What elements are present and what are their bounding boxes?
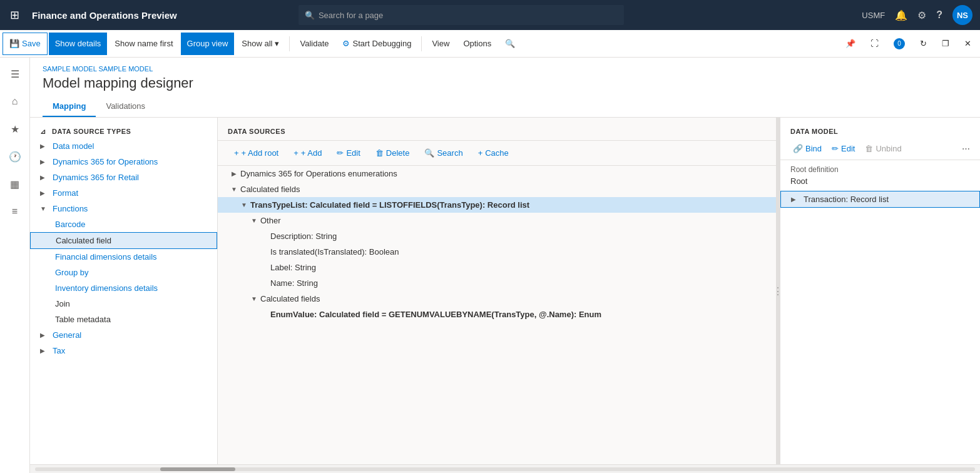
edit-dm-button[interactable]: ✏ Edit — [829, 143, 857, 155]
cmd-right-controls: 📌 ⛶ 0 ↻ ❐ ✕ — [839, 33, 977, 55]
dst-item-d365-ops[interactable]: ▶ Dynamics 365 for Operations — [30, 154, 217, 170]
global-search[interactable]: 🔍 Search for a page — [299, 5, 624, 25]
bell-icon[interactable]: 🔔 — [895, 9, 907, 21]
notification-badge-button[interactable]: 0 — [887, 33, 911, 55]
dst-item-table-metadata[interactable]: Table metadata — [30, 312, 217, 327]
tab-mapping[interactable]: Mapping — [43, 96, 96, 117]
validate-button[interactable]: Validate — [293, 33, 335, 55]
expand-icon-functions: ▼ — [40, 205, 50, 212]
dst-item-fin-dims[interactable]: Financial dimensions details — [30, 249, 217, 265]
breadcrumb: SAMPLE MODEL SAMPLE MODEL — [43, 65, 967, 73]
dst-item-calculated-field[interactable]: Calculated field — [30, 232, 217, 249]
expand-trans-type: ▼ — [238, 201, 250, 208]
show-name-first-button[interactable]: Show name first — [108, 33, 179, 55]
edit-button[interactable]: ✏ Edit — [330, 146, 366, 160]
scrollbar-thumb[interactable] — [160, 467, 235, 471]
ds-header: DATA SOURCES — [228, 128, 285, 135]
dst-header: ⊿ DATA SOURCE TYPES — [30, 123, 217, 138]
ds-item-calculated-fields-2[interactable]: ▼ Calculated fields — [218, 291, 776, 307]
username-label: USMF — [862, 11, 885, 20]
search-ds-button[interactable]: 🔍 Search — [418, 146, 469, 160]
sidebar-favorites-icon[interactable]: ★ — [4, 118, 26, 140]
filter-icon[interactable]: ⊿ — [40, 128, 46, 135]
delete-icon: 🗑 — [375, 148, 384, 158]
unbind-button[interactable]: 🗑 Unbind — [862, 143, 904, 155]
app-title: Finance and Operations Preview — [32, 10, 177, 21]
left-sidebar: ☰ ⌂ ★ 🕐 ▦ ≡ — [0, 58, 30, 473]
dst-item-format[interactable]: ▶ Format — [30, 185, 217, 201]
scrollbar-track[interactable] — [35, 467, 975, 471]
show-all-button[interactable]: Show all ▾ — [235, 33, 285, 55]
group-view-button[interactable]: Group view — [181, 33, 235, 55]
avatar[interactable]: NS — [952, 5, 972, 25]
restore-button[interactable]: ❐ — [936, 33, 956, 55]
dst-item-group-by[interactable]: Group by — [30, 265, 217, 280]
start-debugging-button[interactable]: ⚙ Start Debugging — [336, 33, 417, 55]
delete-button[interactable]: 🗑 Delete — [369, 146, 416, 160]
save-icon: 💾 — [9, 39, 19, 48]
help-icon[interactable]: ? — [936, 9, 942, 21]
sidebar-recent-icon[interactable]: 🕐 — [4, 145, 26, 168]
dst-item-d365-retail[interactable]: ▶ Dynamics 365 for Retail — [30, 170, 217, 185]
dst-item-join[interactable]: Join — [30, 296, 217, 312]
dst-item-functions[interactable]: ▼ Functions — [30, 201, 217, 216]
ds-item-enum-value[interactable]: EnumValue: Calculated field = GETENUMVAL… — [218, 307, 776, 322]
settings-icon[interactable]: ⚙ — [917, 9, 926, 21]
sidebar-home-icon[interactable]: ⌂ — [4, 90, 26, 113]
add-root-button[interactable]: + + Add root — [228, 146, 285, 160]
search-icon: 🔍 — [305, 11, 315, 20]
debug-icon: ⚙ — [342, 39, 350, 48]
main-layout: ☰ ⌂ ★ 🕐 ▦ ≡ SAMPLE MODEL SAMPLE MODEL Mo… — [0, 58, 980, 473]
ds-item-other[interactable]: ▼ Other — [218, 213, 776, 228]
bind-button[interactable]: 🔗 Bind — [790, 143, 824, 155]
bind-icon: 🔗 — [793, 144, 803, 153]
ds-item-label[interactable]: Label: String — [218, 260, 776, 275]
dm-root-label: Root definition — [780, 160, 980, 175]
cache-button[interactable]: + Cache — [472, 146, 515, 160]
command-bar: 💾 Save Show details Show name first Grou… — [0, 30, 980, 58]
dst-item-barcode[interactable]: Barcode — [30, 216, 217, 232]
edit-icon: ✏ — [337, 148, 344, 158]
tab-validations[interactable]: Validations — [96, 96, 155, 117]
dm-root-value: Root — [780, 175, 980, 191]
notification-count: 0 — [894, 38, 905, 49]
ds-item-is-translated[interactable]: Is translated(IsTranslated): Boolean — [218, 244, 776, 260]
unbind-icon: 🗑 — [865, 144, 873, 153]
add-icon: + — [293, 148, 299, 158]
expand-calc-fields: ▼ — [228, 186, 240, 193]
search-button-cmd[interactable]: 🔍 — [499, 33, 521, 55]
expand-icon-general: ▶ — [40, 332, 50, 338]
ds-item-calculated-fields[interactable]: ▼ Calculated fields — [218, 181, 776, 197]
ds-action-toolbar: + + Add root + + Add ✏ Edit 🗑 Delete — [218, 141, 776, 166]
options-button[interactable]: Options — [457, 33, 498, 55]
add-button[interactable]: + + Add — [287, 146, 328, 160]
close-button[interactable]: ✕ — [958, 33, 977, 55]
dst-item-data-model[interactable]: ▶ Data model — [30, 138, 217, 154]
expand-icon-format: ▶ — [40, 190, 50, 196]
show-details-button[interactable]: Show details — [49, 33, 108, 55]
search-placeholder: Search for a page — [319, 11, 383, 20]
dm-more-icon[interactable]: ⋯ — [962, 144, 970, 153]
ds-item-name[interactable]: Name: String — [218, 275, 776, 291]
view-button[interactable]: View — [426, 33, 456, 55]
dst-item-tax[interactable]: ▶ Tax — [30, 343, 217, 359]
save-button[interactable]: 💾 Save — [3, 33, 48, 55]
ds-item-d365-enum[interactable]: ▶ Dynamics 365 for Operations enumeratio… — [218, 166, 776, 181]
expand-icon-tax: ▶ — [40, 347, 50, 354]
dst-item-general[interactable]: ▶ General — [30, 327, 217, 343]
sidebar-menu-icon[interactable]: ☰ — [4, 63, 26, 85]
dm-item-transaction[interactable]: ▶ Transaction: Record list — [780, 191, 980, 208]
ds-item-trans-type-list[interactable]: ▼ TransTypeList: Calculated field = LIST… — [218, 197, 776, 213]
bottom-scrollbar[interactable] — [30, 464, 980, 473]
sidebar-modules-icon[interactable]: ≡ — [4, 200, 26, 223]
sidebar-workspaces-icon[interactable]: ▦ — [4, 173, 26, 195]
pin-button[interactable]: 📌 — [839, 33, 862, 55]
dst-item-inv-dims[interactable]: Inventory dimensions details — [30, 280, 217, 296]
body-panel: ⊿ DATA SOURCE TYPES ▶ Data model ▶ Dynam… — [30, 118, 980, 464]
expand-button[interactable]: ⛶ — [864, 33, 885, 55]
app-grid-icon[interactable]: ⊞ — [8, 6, 22, 24]
ds-toolbar: DATA SOURCES — [218, 123, 776, 141]
left-panel: ⊿ DATA SOURCE TYPES ▶ Data model ▶ Dynam… — [30, 118, 218, 464]
ds-item-description[interactable]: Description: String — [218, 228, 776, 244]
refresh-button[interactable]: ↻ — [914, 33, 933, 55]
